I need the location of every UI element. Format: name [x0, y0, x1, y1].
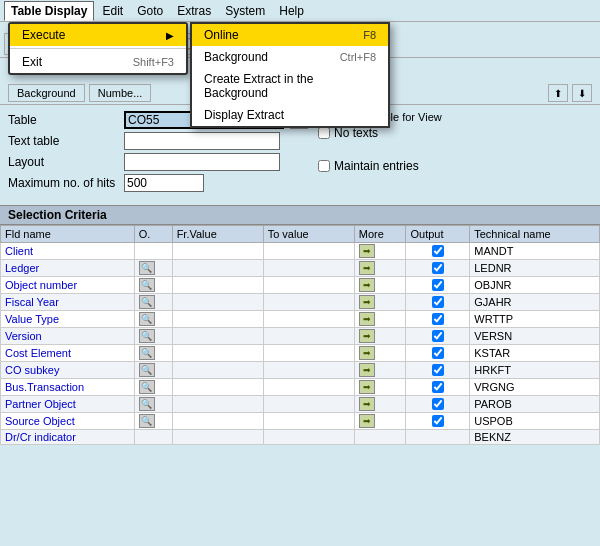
no-texts-row: No texts	[318, 126, 592, 140]
maintain-entries-checkbox[interactable]	[318, 160, 330, 172]
fld-name-link[interactable]: Value Type	[5, 313, 59, 325]
fld-name-link[interactable]: Partner Object	[5, 398, 76, 410]
more-arrow-icon[interactable]: ➡	[359, 380, 375, 394]
output-checkbox[interactable]	[432, 415, 444, 427]
dropdown-table-display: Execute ▶ Exit Shift+F3	[8, 22, 188, 75]
table-label: Table	[8, 113, 118, 127]
fld-name-link[interactable]: Ledger	[5, 262, 39, 274]
fld-name-link[interactable]: Client	[5, 245, 33, 257]
fld-name-link[interactable]: Version	[5, 330, 42, 342]
more-arrow-icon[interactable]: ➡	[359, 363, 375, 377]
more-arrow-icon[interactable]: ➡	[359, 295, 375, 309]
output-checkbox[interactable]	[432, 364, 444, 376]
cell-output	[406, 396, 470, 413]
cell-fld-name[interactable]: Object number	[1, 277, 135, 294]
text-table-input[interactable]	[124, 132, 280, 150]
cell-fld-name[interactable]: CO subkey	[1, 362, 135, 379]
fld-name-link[interactable]: Source Object	[5, 415, 75, 427]
tab-icon-2[interactable]: ⬇	[572, 84, 592, 102]
cell-fld-name[interactable]: Fiscal Year	[1, 294, 135, 311]
fld-name-link[interactable]: CO subkey	[5, 364, 59, 376]
output-checkbox[interactable]	[432, 347, 444, 359]
cell-to-value	[263, 396, 354, 413]
output-checkbox[interactable]	[432, 262, 444, 274]
cell-more: ➡	[354, 294, 406, 311]
menu-goto[interactable]: Goto	[131, 2, 169, 20]
text-table-label: Text table	[8, 134, 118, 148]
no-texts-label: No texts	[334, 126, 378, 140]
menu-extras[interactable]: Extras	[171, 2, 217, 20]
output-checkbox[interactable]	[432, 381, 444, 393]
table-header-row: Fld name O. Fr.Value To value More Outpu…	[1, 226, 600, 243]
cell-o: 🔍	[134, 396, 172, 413]
more-arrow-icon[interactable]: ➡	[359, 329, 375, 343]
max-hits-input[interactable]	[124, 174, 204, 192]
col-fr-value: Fr.Value	[172, 226, 263, 243]
menu-table-display[interactable]: Table Display	[4, 1, 94, 21]
cell-fld-name[interactable]: Client	[1, 243, 135, 260]
no-texts-checkbox[interactable]	[318, 127, 330, 139]
tab-background[interactable]: Background	[8, 84, 85, 102]
cell-output	[406, 345, 470, 362]
cell-o: 🔍	[134, 328, 172, 345]
cell-more: ➡	[354, 413, 406, 430]
o-icon[interactable]: 🔍	[139, 346, 155, 360]
output-checkbox[interactable]	[432, 279, 444, 291]
o-icon[interactable]: 🔍	[139, 414, 155, 428]
output-checkbox[interactable]	[432, 330, 444, 342]
execute-online[interactable]: Online F8	[192, 24, 388, 46]
fld-name-link[interactable]: Cost Element	[5, 347, 71, 359]
fld-name-link[interactable]: Bus.Transaction	[5, 381, 84, 393]
cell-fld-name[interactable]: Ledger	[1, 260, 135, 277]
cell-fld-name[interactable]: Partner Object	[1, 396, 135, 413]
maintain-entries-row: Maintain entries	[318, 159, 592, 173]
cell-technical-name: WRTTP	[470, 311, 600, 328]
more-arrow-icon[interactable]: ➡	[359, 244, 375, 258]
tab-icon-1[interactable]: ⬆	[548, 84, 568, 102]
o-icon[interactable]: 🔍	[139, 261, 155, 275]
cell-more	[354, 430, 406, 445]
cell-fld-name[interactable]: Cost Element	[1, 345, 135, 362]
cell-to-value	[263, 430, 354, 445]
dropdown-exit[interactable]: Exit Shift+F3	[10, 51, 186, 73]
cell-to-value	[263, 345, 354, 362]
o-icon[interactable]: 🔍	[139, 329, 155, 343]
fld-name-link[interactable]: Fiscal Year	[5, 296, 59, 308]
execute-display-extract[interactable]: Display Extract	[192, 104, 388, 126]
o-icon[interactable]: 🔍	[139, 278, 155, 292]
more-arrow-icon[interactable]: ➡	[359, 346, 375, 360]
cell-fld-name[interactable]: Version	[1, 328, 135, 345]
execute-create-extract[interactable]: Create Extract in the Background	[192, 68, 388, 104]
tab-number[interactable]: Numbe...	[89, 84, 152, 102]
layout-input[interactable]	[124, 153, 280, 171]
more-arrow-icon[interactable]: ➡	[359, 397, 375, 411]
execute-background[interactable]: Background Ctrl+F8	[192, 46, 388, 68]
o-icon[interactable]: 🔍	[139, 363, 155, 377]
more-arrow-icon[interactable]: ➡	[359, 278, 375, 292]
cell-fld-name[interactable]: Bus.Transaction	[1, 379, 135, 396]
dropdown-execute[interactable]: Execute ▶	[10, 24, 186, 46]
fld-name-link[interactable]: Dr/Cr indicator	[5, 431, 76, 443]
more-arrow-icon[interactable]: ➡	[359, 312, 375, 326]
fld-name-link[interactable]: Object number	[5, 279, 77, 291]
output-checkbox[interactable]	[432, 313, 444, 325]
o-icon[interactable]: 🔍	[139, 312, 155, 326]
output-checkbox[interactable]	[432, 296, 444, 308]
output-checkbox[interactable]	[432, 398, 444, 410]
o-icon[interactable]: 🔍	[139, 295, 155, 309]
cell-fld-name[interactable]: Source Object	[1, 413, 135, 430]
menu-help[interactable]: Help	[273, 2, 310, 20]
o-icon[interactable]: 🔍	[139, 397, 155, 411]
cell-technical-name: HRKFT	[470, 362, 600, 379]
cell-to-value	[263, 328, 354, 345]
menu-system[interactable]: System	[219, 2, 271, 20]
cell-fr-value	[172, 260, 263, 277]
output-checkbox[interactable]	[432, 245, 444, 257]
cell-fld-name[interactable]: Value Type	[1, 311, 135, 328]
cell-to-value	[263, 311, 354, 328]
menu-edit[interactable]: Edit	[96, 2, 129, 20]
cell-fld-name[interactable]: Dr/Cr indicator	[1, 430, 135, 445]
more-arrow-icon[interactable]: ➡	[359, 261, 375, 275]
more-arrow-icon[interactable]: ➡	[359, 414, 375, 428]
o-icon[interactable]: 🔍	[139, 380, 155, 394]
